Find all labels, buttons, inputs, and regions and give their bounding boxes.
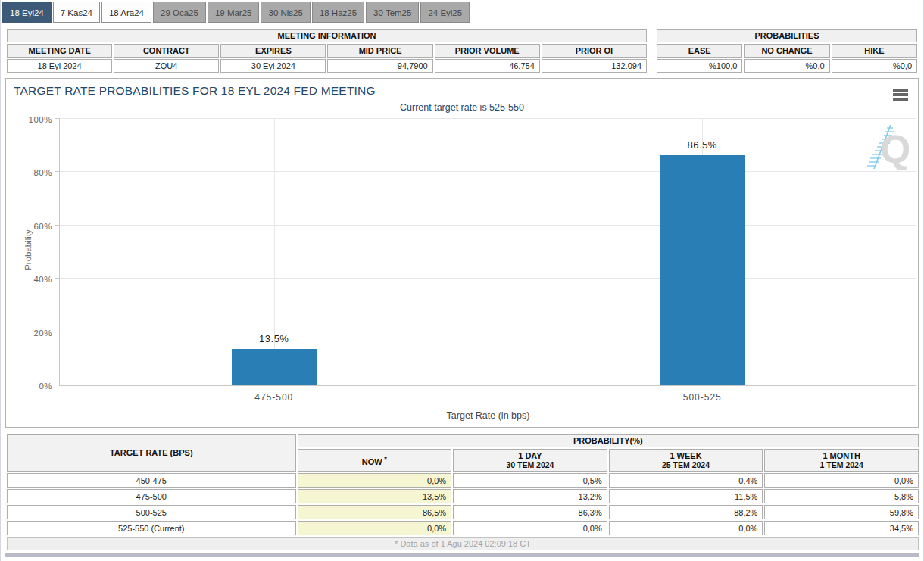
svg-text:Q: Q xyxy=(880,127,909,171)
bottom-accent-strip xyxy=(5,553,919,557)
y-tick-mark xyxy=(55,118,60,119)
rate-cell: 450-475 xyxy=(7,473,296,488)
y-tick-mark xyxy=(55,278,60,279)
column-header-expires: EXPIRES xyxy=(220,44,326,58)
column-header-contract: CONTRACT xyxy=(114,44,219,58)
month-cell: 5,8% xyxy=(764,489,919,503)
value-ease: %100,0 xyxy=(657,59,742,73)
tab-18-ara24[interactable]: 18 Ara24 xyxy=(101,2,151,23)
probabilities-table: PROBABILITIESEASENO CHANGEHIKE%100,0%0,0… xyxy=(655,27,919,74)
value-prior-volume: 46.754 xyxy=(435,59,540,73)
column-header-ease: EASE xyxy=(657,44,742,58)
y-gridline xyxy=(60,278,916,279)
week-cell: 0,0% xyxy=(609,521,763,535)
day-cell: 0,5% xyxy=(453,473,607,488)
table-row: 450-4750,0%0,5%0,4%0,0% xyxy=(7,473,919,488)
probability-bar-475-500[interactable] xyxy=(232,349,317,385)
y-gridline xyxy=(60,171,916,172)
y-gridline xyxy=(60,118,916,119)
chart-subtitle: Current target rate is 525-550 xyxy=(6,102,918,113)
rate-cell: 500-525 xyxy=(7,505,296,519)
meeting-tab-bar: 18 Eyl247 Kas2418 Ara2429 Oca2519 Mar253… xyxy=(2,2,923,23)
value-meeting-date: 18 Eyl 2024 xyxy=(7,59,112,73)
data-as-of-footnote: * Data as of 1 Ağu 2024 02:09:18 CT xyxy=(7,537,919,550)
value-no-change: %0,0 xyxy=(744,59,829,73)
meeting-information-table: MEETING INFORMATIONMEETING DATECONTRACTE… xyxy=(5,27,648,74)
rate-cell: 525-550 (Current) xyxy=(7,521,296,535)
column-header-mid-price: MID PRICE xyxy=(327,44,432,58)
column-header-1-week: 1 WEEK25 TEM 2024 xyxy=(609,449,763,472)
y-tick-mark xyxy=(55,171,60,172)
x-tick-label: 500-525 xyxy=(641,392,763,403)
x-axis-title: Target Rate (in bps) xyxy=(60,410,916,421)
tab-24-eyl25[interactable]: 24 Eyl25 xyxy=(420,2,470,23)
probability-bar-500-525[interactable] xyxy=(660,155,745,385)
y-tick-label: 40% xyxy=(14,275,52,284)
probabilities-title: PROBABILITIES xyxy=(657,29,917,42)
now-cell: 86,5% xyxy=(298,505,452,519)
column-header-now: NOW * xyxy=(298,449,452,472)
now-cell: 0,0% xyxy=(298,473,452,488)
day-cell: 13,2% xyxy=(453,489,607,503)
y-tick-label: 100% xyxy=(14,115,52,124)
probability-detail-table: TARGET RATE (BPS) PROBABILITY(%) NOW *1 … xyxy=(5,432,920,552)
week-cell: 88,2% xyxy=(609,505,763,519)
meeting-information-title: MEETING INFORMATION xyxy=(7,29,647,42)
column-header-hike: HIKE xyxy=(832,44,917,58)
month-cell: 34,5% xyxy=(764,521,919,535)
tab-30-nis25[interactable]: 30 Nis25 xyxy=(261,2,310,23)
column-header-no-change: NO CHANGE xyxy=(744,44,829,58)
value-hike: %0,0 xyxy=(832,59,917,73)
top-info-section: MEETING INFORMATIONMEETING DATECONTRACTE… xyxy=(5,27,919,74)
chart-plot-area: Probability Target Rate (in bps) xyxy=(59,119,916,386)
y-axis-title: Probability xyxy=(23,189,33,310)
rate-cell: 475-500 xyxy=(7,489,296,503)
probability-group-header: PROBABILITY(%) xyxy=(298,434,919,447)
value-prior-oi: 132.094 xyxy=(542,59,647,73)
table-row: 525-550 (Current)0,0%0,0%0,0%34,5% xyxy=(7,521,919,535)
y-gridline xyxy=(60,225,916,226)
now-cell: 0,0% xyxy=(298,521,452,535)
now-cell: 13,5% xyxy=(298,489,452,503)
y-tick-label: 80% xyxy=(14,168,52,177)
column-header-1-day: 1 DAY30 TEM 2024 xyxy=(453,449,607,472)
y-tick-label: 0% xyxy=(14,382,52,391)
hamburger-menu-icon[interactable] xyxy=(893,89,908,102)
x-gridline xyxy=(274,119,275,385)
tab-18-eyl24[interactable]: 18 Eyl24 xyxy=(2,2,52,23)
tab-18-haz25[interactable]: 18 Haz25 xyxy=(312,2,364,23)
month-cell: 0,0% xyxy=(764,473,919,488)
y-tick-mark xyxy=(55,225,60,226)
column-header-prior-volume: PRIOR VOLUME xyxy=(435,44,540,58)
chart-title: TARGET RATE PROBABILITIES FOR 18 EYL 202… xyxy=(14,84,376,98)
value-expires: 30 Eyl 2024 xyxy=(220,59,326,73)
y-tick-mark xyxy=(55,332,60,332)
column-header-prior-oi: PRIOR OI xyxy=(542,44,647,58)
y-tick-mark xyxy=(55,385,60,385)
value-contract: ZQU4 xyxy=(114,59,219,73)
tab-30-tem25[interactable]: 30 Tem25 xyxy=(366,2,419,23)
month-cell: 59,8% xyxy=(764,505,919,519)
tab-19-mar25[interactable]: 19 Mar25 xyxy=(208,2,260,23)
target-rate-chart-panel: TARGET RATE PROBABILITIES FOR 18 EYL 202… xyxy=(5,78,919,428)
target-rate-bps-header: TARGET RATE (BPS) xyxy=(7,434,296,472)
day-cell: 86,3% xyxy=(453,505,607,519)
week-cell: 0,4% xyxy=(609,473,763,488)
tab-7-kas24[interactable]: 7 Kas24 xyxy=(53,2,100,23)
table-row: 475-50013,5%13,2%11,5%5,8% xyxy=(7,489,919,503)
value-mid-price: 94,7900 xyxy=(327,59,432,73)
y-tick-label: 20% xyxy=(14,329,52,338)
bar-data-label: 13.5% xyxy=(232,333,317,344)
table-row: 500-52586,5%86,3%88,2%59,8% xyxy=(7,505,919,519)
column-header-1-month: 1 MONTH1 TEM 2024 xyxy=(764,449,919,472)
week-cell: 11,5% xyxy=(609,489,763,503)
tab-29-oca25[interactable]: 29 Oca25 xyxy=(153,2,206,23)
day-cell: 0,0% xyxy=(453,521,607,535)
bar-data-label: 86.5% xyxy=(660,139,745,151)
x-tick-label: 475-500 xyxy=(214,392,335,403)
quikstrike-watermark-icon: Q xyxy=(862,123,909,173)
column-header-meeting-date: MEETING DATE xyxy=(7,44,112,58)
y-tick-label: 60% xyxy=(14,222,52,231)
y-gridline xyxy=(60,332,916,332)
